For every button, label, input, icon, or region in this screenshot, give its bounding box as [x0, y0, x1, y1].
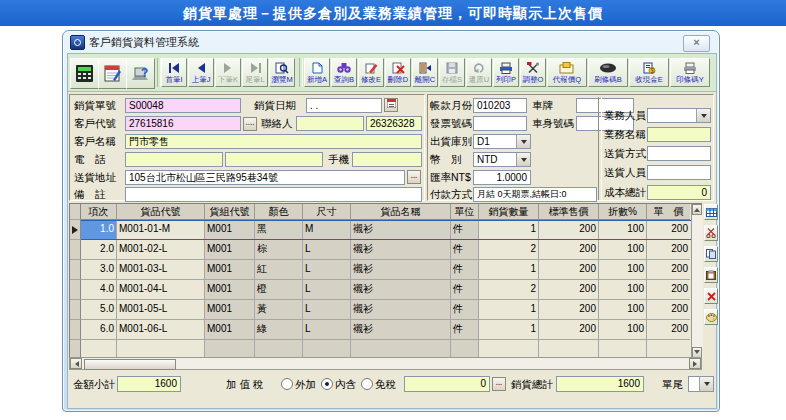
adjust-button[interactable]: 調整O	[520, 58, 546, 87]
phone2-field[interactable]	[225, 152, 323, 167]
column-header[interactable]: 單位	[451, 204, 479, 220]
table-cell[interactable]: 200	[647, 300, 690, 320]
customer-name-field[interactable]: 門市零售	[125, 134, 422, 149]
delivery-person-field[interactable]	[647, 165, 711, 180]
row-selector[interactable]	[70, 340, 81, 358]
table-row-empty[interactable]	[70, 340, 701, 358]
calendar-button[interactable]	[98, 58, 127, 89]
next-record-button[interactable]: 下筆K	[215, 58, 241, 87]
collect-cash-button[interactable]: $ 收現金E	[629, 58, 669, 87]
table-cell[interactable]: 2.0	[81, 240, 117, 260]
address-field[interactable]: 105台北市松山區三民路95巷34號	[125, 170, 405, 185]
column-header[interactable]: 標準售價	[539, 204, 599, 220]
table-cell[interactable]: 100	[599, 240, 647, 260]
print-button[interactable]: 列印P	[493, 58, 519, 87]
chevron-down-icon[interactable]	[699, 377, 713, 391]
cut-row-button[interactable]	[704, 225, 718, 241]
scroll-left-button[interactable]	[70, 358, 82, 369]
table-cell[interactable]: 200	[647, 240, 690, 260]
chevron-down-icon[interactable]	[696, 109, 710, 122]
table-cell[interactable]: M001-01-M	[117, 220, 205, 240]
horizontal-scrollbar[interactable]	[69, 357, 702, 370]
table-cell[interactable]: M001-02-L	[117, 240, 205, 260]
column-header[interactable]: 項次	[81, 204, 117, 220]
date-picker-button[interactable]	[384, 98, 398, 112]
row-selector[interactable]	[70, 300, 81, 320]
table-cell[interactable]: 1	[479, 260, 539, 280]
copy-row-button[interactable]	[704, 246, 718, 262]
table-cell[interactable]: 6.0	[81, 320, 117, 340]
table-cell[interactable]: 200	[647, 280, 690, 300]
table-cell[interactable]: 1.0	[81, 220, 117, 240]
row-selector[interactable]	[70, 280, 81, 300]
column-header[interactable]: 尺寸	[303, 204, 351, 220]
table-cell[interactable]: 200	[647, 220, 690, 240]
account-month-field[interactable]: 010203	[473, 98, 527, 113]
table-cell[interactable]	[117, 340, 205, 358]
last-record-button[interactable]: 尾筆L	[242, 58, 268, 87]
order-no-field[interactable]: S00048	[125, 98, 241, 113]
vat-radio-external[interactable]	[281, 378, 293, 390]
customer-code-field[interactable]: 27615816	[125, 116, 241, 131]
table-cell[interactable]: 100	[599, 260, 647, 280]
invoice-field[interactable]	[473, 116, 527, 131]
customer-lookup-button[interactable]: ....	[243, 117, 257, 131]
table-row[interactable]: 3.0 M001-03-L M001 紅 L 襯衫 件 1 200 100 20…	[70, 260, 701, 280]
table-cell[interactable]: 1	[479, 300, 539, 320]
delete-row-button[interactable]	[704, 288, 718, 304]
quote-button[interactable]: 代報價Q	[547, 58, 587, 87]
table-cell[interactable]: 200	[647, 260, 690, 280]
save-button[interactable]: 存檔S	[439, 58, 465, 87]
table-cell[interactable]	[81, 340, 117, 358]
vat-option-exempt[interactable]: 免稅	[361, 376, 396, 392]
address-lookup-button[interactable]: ...	[407, 170, 421, 184]
vat-radio-inclusive[interactable]	[321, 378, 333, 390]
vertical-scrollbar[interactable]	[691, 204, 703, 358]
row-selector[interactable]	[70, 240, 81, 260]
table-cell[interactable]: 2	[479, 280, 539, 300]
scan-barcode-button[interactable]: 刷條碼B	[588, 58, 628, 87]
delete-button[interactable]: 刪除D	[385, 58, 411, 87]
help-button[interactable]: ?	[126, 58, 155, 89]
row-selector[interactable]	[70, 260, 81, 280]
cost-total-field[interactable]: 0	[647, 185, 711, 200]
table-cell[interactable]	[479, 340, 539, 358]
tax-lookup-button[interactable]: ...	[492, 377, 506, 391]
column-header[interactable]: 銷貨數量	[479, 204, 539, 220]
rounding-select[interactable]	[688, 376, 714, 392]
table-row[interactable]: 4.0 M001-04-L M001 橙 L 襯衫 件 2 200 100 20…	[70, 280, 701, 300]
phone1-field[interactable]	[125, 152, 223, 167]
table-cell[interactable]: M001-05-L	[117, 300, 205, 320]
table-cell[interactable]: 100	[599, 300, 647, 320]
column-header[interactable]: 貨品代號	[117, 204, 205, 220]
table-cell[interactable]: 200	[539, 220, 599, 240]
modify-button[interactable]: 修改E	[358, 58, 384, 87]
table-cell[interactable]: 1	[479, 320, 539, 340]
browse-button[interactable]: 瀏覽M	[269, 58, 295, 87]
table-cell[interactable]	[539, 340, 599, 358]
column-header[interactable]: 單 價	[647, 204, 690, 220]
warehouse-select[interactable]: D1	[473, 134, 531, 149]
table-cell[interactable]: 200	[539, 320, 599, 340]
salesman-select[interactable]	[647, 108, 711, 123]
vat-option-addon[interactable]: 外加	[281, 376, 316, 392]
undo-button[interactable]: 還原U	[466, 58, 492, 87]
rate-field[interactable]: 1.0000	[473, 170, 531, 185]
contact-field[interactable]	[296, 116, 364, 131]
close-button[interactable]: ×	[683, 35, 710, 52]
first-record-button[interactable]: 首筆I	[161, 58, 187, 87]
contact-phone-field[interactable]: 26326328	[366, 116, 422, 131]
table-row[interactable]: 2.0 M001-02-L M001 棕 L 襯衫 件 2 200 100 20…	[70, 240, 701, 260]
scrollbar-thumb[interactable]	[84, 359, 176, 370]
table-cell[interactable]: 3.0	[81, 260, 117, 280]
calculator-button[interactable]	[70, 58, 99, 89]
payment-field[interactable]: 月結 0天期票,結帳日:0	[473, 187, 597, 202]
table-cell[interactable]: 100	[599, 280, 647, 300]
grid-view-button[interactable]	[704, 204, 718, 220]
exit-button[interactable]: 離開C	[412, 58, 438, 87]
table-cell[interactable]: 100	[599, 320, 647, 340]
chevron-down-icon[interactable]	[516, 153, 530, 166]
column-header[interactable]: 折數%	[599, 204, 647, 220]
table-cell[interactable]: M001-04-L	[117, 280, 205, 300]
delivery-method-field[interactable]	[647, 146, 711, 161]
